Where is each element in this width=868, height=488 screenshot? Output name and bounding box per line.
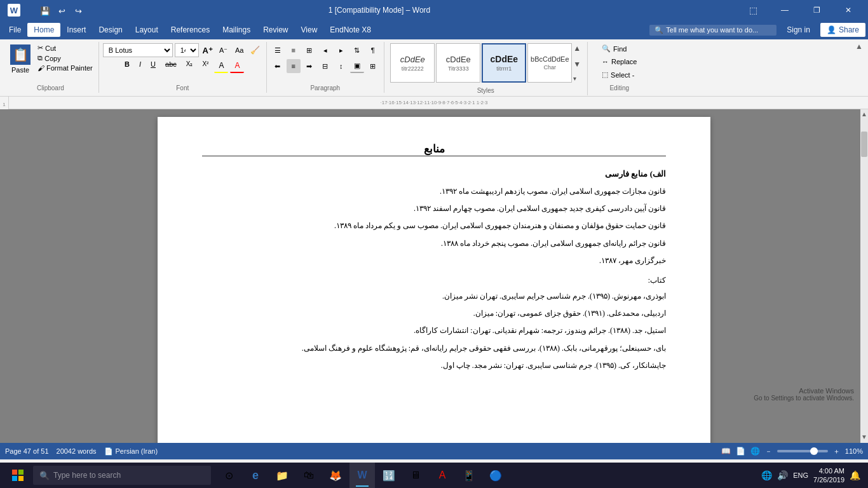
copy-icon: ⧉ bbox=[37, 54, 43, 62]
underline-button[interactable]: U bbox=[147, 59, 159, 73]
status-bar: Page 47 of 51 20042 words 📄 Persian (Ira… bbox=[0, 443, 868, 459]
align-left-button[interactable]: ⬅ bbox=[271, 59, 285, 73]
book-item-1: ابوذری، مهرنوش. (۱۳۹۵). جرم شناسی جرایم … bbox=[202, 290, 666, 302]
view-read-button[interactable]: 📖 bbox=[721, 447, 731, 456]
style-more-button[interactable]: ▾ bbox=[573, 75, 581, 82]
style-item-3[interactable]: cDdEe titrrrr1 bbox=[482, 43, 526, 83]
style-item-1[interactable]: cDdEe titr22222 bbox=[390, 43, 435, 83]
close-button[interactable]: ✕ bbox=[834, 0, 863, 20]
taskbar-app-extra[interactable]: 🔵 bbox=[483, 463, 508, 488]
justify-button[interactable]: ⊟ bbox=[318, 59, 332, 73]
taskbar-explorer[interactable]: 📁 bbox=[269, 463, 295, 488]
redo-button[interactable]: ↪ bbox=[71, 4, 85, 18]
increase-indent-button[interactable]: ▸ bbox=[334, 43, 348, 57]
zoom-slider[interactable] bbox=[777, 450, 828, 452]
font-color-button[interactable]: A bbox=[230, 59, 244, 73]
decrease-indent-button[interactable]: ◂ bbox=[318, 43, 332, 57]
ribbon-search-placeholder[interactable]: Tell me what you want to do... bbox=[666, 26, 758, 34]
notification-icon[interactable]: 🔔 bbox=[850, 470, 860, 480]
font-size-select[interactable]: 14 bbox=[175, 43, 199, 57]
scroll-thumb[interactable] bbox=[861, 132, 867, 157]
taskbar-whatsapp[interactable]: 📱 bbox=[456, 463, 482, 488]
line-spacing-button[interactable]: ↕ bbox=[334, 59, 348, 73]
superscript-button[interactable]: X² bbox=[198, 59, 212, 73]
menu-layout[interactable]: Layout bbox=[129, 23, 165, 37]
taskbar-cortana[interactable]: ⊙ bbox=[216, 463, 241, 488]
restore-button[interactable]: ⬚ bbox=[738, 0, 768, 20]
font-grow-button[interactable]: A⁺ bbox=[201, 43, 215, 57]
taskbar-word[interactable]: W bbox=[349, 463, 375, 488]
menu-mailings[interactable]: Mailings bbox=[216, 23, 257, 37]
menu-design[interactable]: Design bbox=[92, 23, 128, 37]
taskbar-store[interactable]: 🛍 bbox=[296, 463, 322, 488]
ribbon-group-paragraph: ☰ ≡ ⊞ ◂ ▸ ⇅ ¶ ⬅ ≡ ➡ ⊟ ↕ ▣ ⊞ Pa bbox=[267, 42, 384, 93]
system-clock[interactable]: 4:00 AM 7/26/2019 bbox=[813, 466, 844, 485]
zoom-in-button[interactable]: ＋ bbox=[833, 447, 840, 456]
save-button[interactable]: 💾 bbox=[38, 4, 52, 18]
activate-windows-line1: Activate Windows bbox=[754, 387, 854, 395]
bullets-button[interactable]: ☰ bbox=[271, 43, 285, 57]
shading-button[interactable]: ▣ bbox=[350, 59, 364, 73]
maximize-button[interactable]: ❐ bbox=[802, 0, 831, 20]
show-marks-button[interactable]: ¶ bbox=[366, 43, 380, 57]
style-item-2[interactable]: cDdEe Titr3333 bbox=[436, 43, 480, 83]
ref-item-1: قانون مجازات جمهوری اسلامی ایران. مصوب ی… bbox=[202, 186, 666, 198]
book-item-2: اردبیلی، محمدعلی. (۱۳۹۱). حقوق جزای عموم… bbox=[202, 308, 666, 320]
menu-view[interactable]: View bbox=[295, 23, 324, 37]
change-case-button[interactable]: Aa bbox=[233, 43, 247, 57]
word-count: 20042 words bbox=[57, 447, 97, 455]
highlight-button[interactable]: A bbox=[214, 59, 228, 73]
cut-button[interactable]: ✂ Cut bbox=[36, 43, 95, 53]
italic-button[interactable]: I bbox=[135, 59, 145, 73]
sort-button[interactable]: ⇅ bbox=[350, 43, 364, 57]
menu-home[interactable]: Home bbox=[27, 23, 60, 37]
taskbar-firefox[interactable]: 🦊 bbox=[323, 463, 348, 488]
zoom-out-button[interactable]: － bbox=[765, 447, 772, 456]
find-button[interactable]: 🔍 Find bbox=[598, 43, 630, 54]
style-scroll-down[interactable]: ▼ bbox=[573, 60, 581, 69]
strikethrough-button[interactable]: abc bbox=[161, 59, 180, 73]
menu-review[interactable]: Review bbox=[257, 23, 294, 37]
replace-button[interactable]: ↔ Replace bbox=[598, 57, 641, 67]
scroll-up-button[interactable]: ▲ bbox=[860, 109, 868, 119]
style-scroll-up[interactable]: ▲ bbox=[573, 44, 581, 53]
clear-format-button[interactable]: 🧹 bbox=[248, 43, 262, 57]
taskbar-right: 🌐 🔊 ENG 4:00 AM 7/26/2019 🔔 bbox=[761, 466, 865, 485]
font-shrink-button[interactable]: A⁻ bbox=[217, 43, 231, 57]
zoom-level[interactable]: 110% bbox=[845, 447, 863, 455]
select-button[interactable]: ⬚ Select - bbox=[598, 69, 638, 80]
share-button[interactable]: 👤 Share bbox=[820, 23, 865, 37]
subscript-button[interactable]: X₂ bbox=[182, 59, 197, 73]
taskbar-edge[interactable]: e bbox=[243, 463, 268, 488]
align-center-button[interactable]: ≡ bbox=[287, 59, 301, 73]
ribbon-collapse-button[interactable]: ▲ bbox=[855, 42, 863, 51]
numbering-button[interactable]: ≡ bbox=[287, 43, 301, 57]
taskbar-acrobat[interactable]: A bbox=[430, 463, 455, 488]
minimize-button[interactable]: — bbox=[770, 0, 799, 20]
taskbar-search-box[interactable]: 🔍 Type here to search bbox=[33, 466, 211, 485]
menu-endnote[interactable]: EndNote X8 bbox=[323, 23, 377, 37]
copy-button[interactable]: ⧉ Copy bbox=[36, 53, 95, 63]
border-button[interactable]: ⊞ bbox=[366, 59, 380, 73]
scroll-down-button[interactable]: ▼ bbox=[860, 432, 868, 442]
vertical-scrollbar[interactable]: ▲ ▼ bbox=[860, 109, 868, 443]
zoom-thumb bbox=[810, 447, 818, 455]
undo-button[interactable]: ↩ bbox=[55, 4, 69, 18]
menu-file[interactable]: File bbox=[3, 23, 27, 37]
bold-button[interactable]: B bbox=[121, 59, 133, 73]
paste-button[interactable]: 📋 Paste bbox=[6, 43, 34, 75]
start-button[interactable] bbox=[3, 463, 33, 488]
font-name-select[interactable]: B Lotus bbox=[103, 43, 173, 57]
style-item-4[interactable]: bBcCdDdEe Char bbox=[527, 43, 572, 83]
taskbar-calculator[interactable]: 🔢 bbox=[376, 463, 402, 488]
section-title-farsi: الف) منابع فارسی bbox=[202, 169, 666, 179]
menu-insert[interactable]: Insert bbox=[60, 23, 92, 37]
menu-references[interactable]: References bbox=[165, 23, 216, 37]
view-web-button[interactable]: 🌐 bbox=[750, 447, 760, 456]
view-print-button[interactable]: 📄 bbox=[736, 447, 745, 456]
taskbar-screen[interactable]: 🖥 bbox=[403, 463, 428, 488]
multilevel-button[interactable]: ⊞ bbox=[302, 43, 316, 57]
align-right-button[interactable]: ➡ bbox=[302, 59, 316, 73]
sign-in-button[interactable]: Sign in bbox=[782, 23, 815, 37]
format-painter-button[interactable]: 🖌 Format Painter bbox=[36, 64, 95, 72]
